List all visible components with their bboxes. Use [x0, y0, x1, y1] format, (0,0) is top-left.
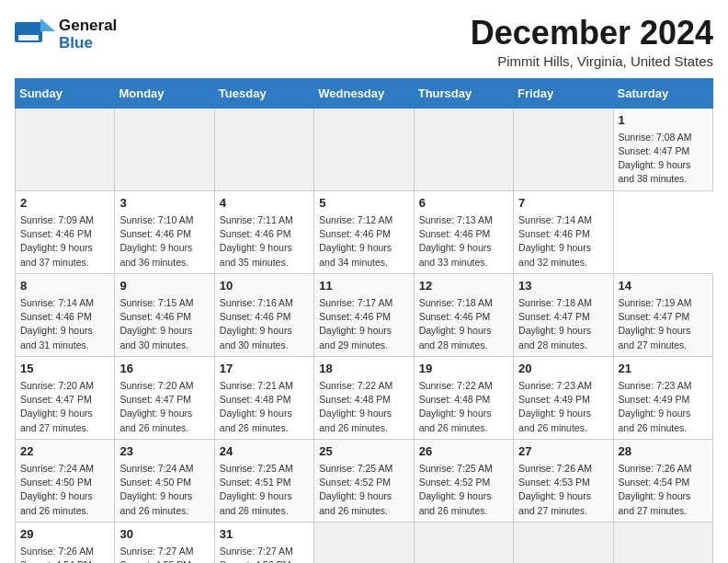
calendar-week-row: 8Sunrise: 7:14 AM Sunset: 4:46 PM Daylig…	[16, 273, 713, 356]
calendar-cell: 27Sunrise: 7:26 AM Sunset: 4:53 PM Dayli…	[514, 439, 613, 522]
day-number: 24	[220, 443, 309, 460]
svg-marker-1	[40, 18, 55, 31]
month-title: December 2024	[471, 15, 713, 52]
weekday-header-saturday: Saturday	[613, 78, 712, 108]
calendar-cell: 4Sunrise: 7:11 AM Sunset: 4:46 PM Daylig…	[214, 190, 313, 273]
day-info: Sunrise: 7:19 AM Sunset: 4:47 PM Dayligh…	[619, 296, 708, 352]
day-info: Sunrise: 7:24 AM Sunset: 4:50 PM Dayligh…	[119, 462, 209, 518]
day-info: Sunrise: 7:20 AM Sunset: 4:47 PM Dayligh…	[119, 379, 209, 435]
day-number: 31	[220, 526, 309, 543]
calendar-cell: 26Sunrise: 7:25 AM Sunset: 4:52 PM Dayli…	[414, 439, 513, 522]
day-info: Sunrise: 7:25 AM Sunset: 4:51 PM Dayligh…	[220, 462, 309, 518]
calendar-cell: 25Sunrise: 7:25 AM Sunset: 4:52 PM Dayli…	[314, 439, 414, 522]
calendar-cell	[613, 522, 712, 563]
day-info: Sunrise: 7:22 AM Sunset: 4:48 PM Dayligh…	[419, 379, 508, 435]
calendar-cell: 21Sunrise: 7:23 AM Sunset: 4:49 PM Dayli…	[613, 356, 712, 439]
calendar-week-row: 1Sunrise: 7:08 AM Sunset: 4:47 PM Daylig…	[16, 108, 713, 190]
day-number: 5	[319, 195, 408, 212]
weekday-header-sunday: Sunday	[16, 78, 115, 108]
calendar-cell	[16, 108, 115, 190]
day-info: Sunrise: 7:20 AM Sunset: 4:47 PM Dayligh…	[20, 379, 109, 435]
day-number: 14	[619, 278, 708, 294]
calendar-week-row: 15Sunrise: 7:20 AM Sunset: 4:47 PM Dayli…	[16, 356, 713, 439]
day-number: 29	[20, 526, 109, 543]
day-info: Sunrise: 7:27 AM Sunset: 4:55 PM Dayligh…	[119, 545, 209, 563]
day-info: Sunrise: 7:26 AM Sunset: 4:54 PM Dayligh…	[20, 545, 109, 563]
calendar-cell: 20Sunrise: 7:23 AM Sunset: 4:49 PM Dayli…	[514, 356, 613, 439]
day-info: Sunrise: 7:25 AM Sunset: 4:52 PM Dayligh…	[319, 462, 408, 518]
calendar-week-row: 22Sunrise: 7:24 AM Sunset: 4:50 PM Dayli…	[16, 439, 713, 522]
day-number: 4	[220, 195, 309, 212]
day-number: 21	[619, 361, 708, 377]
calendar-cell: 7Sunrise: 7:14 AM Sunset: 4:46 PM Daylig…	[514, 190, 613, 273]
calendar-cell	[514, 522, 613, 563]
logo: General Blue	[15, 15, 117, 55]
calendar-cell: 13Sunrise: 7:18 AM Sunset: 4:47 PM Dayli…	[514, 273, 613, 356]
day-number: 6	[419, 195, 508, 212]
weekday-header-monday: Monday	[115, 78, 214, 108]
calendar-cell: 6Sunrise: 7:13 AM Sunset: 4:46 PM Daylig…	[414, 190, 513, 273]
day-number: 3	[119, 195, 209, 212]
weekday-header-friday: Friday	[514, 78, 613, 108]
calendar-cell	[115, 108, 214, 190]
calendar-cell	[414, 522, 513, 563]
day-number: 30	[119, 526, 209, 543]
day-number: 11	[319, 278, 408, 294]
title-area: December 2024 Pimmit Hills, Virginia, Un…	[471, 15, 713, 69]
calendar-cell: 30Sunrise: 7:27 AM Sunset: 4:55 PM Dayli…	[115, 522, 214, 563]
calendar-cell	[314, 108, 414, 190]
day-info: Sunrise: 7:24 AM Sunset: 4:50 PM Dayligh…	[20, 462, 109, 518]
day-info: Sunrise: 7:16 AM Sunset: 4:46 PM Dayligh…	[220, 296, 309, 352]
day-info: Sunrise: 7:14 AM Sunset: 4:46 PM Dayligh…	[518, 213, 608, 270]
logo-text: General Blue	[59, 17, 117, 52]
day-info: Sunrise: 7:09 AM Sunset: 4:46 PM Dayligh…	[20, 213, 109, 270]
calendar-cell	[314, 522, 414, 563]
calendar-cell: 5Sunrise: 7:12 AM Sunset: 4:46 PM Daylig…	[314, 190, 414, 273]
logo-icon	[15, 15, 55, 55]
calendar-cell: 11Sunrise: 7:17 AM Sunset: 4:46 PM Dayli…	[314, 273, 414, 356]
day-info: Sunrise: 7:26 AM Sunset: 4:53 PM Dayligh…	[518, 462, 608, 518]
calendar-cell	[214, 108, 313, 190]
day-info: Sunrise: 7:10 AM Sunset: 4:46 PM Dayligh…	[119, 213, 209, 270]
calendar-cell: 18Sunrise: 7:22 AM Sunset: 4:48 PM Dayli…	[314, 356, 414, 439]
day-info: Sunrise: 7:23 AM Sunset: 4:49 PM Dayligh…	[518, 379, 608, 435]
day-number: 9	[119, 278, 209, 294]
day-number: 17	[220, 361, 309, 377]
day-info: Sunrise: 7:13 AM Sunset: 4:46 PM Dayligh…	[419, 213, 508, 270]
day-number: 23	[119, 443, 209, 460]
calendar-cell	[414, 108, 513, 190]
day-number: 1	[619, 112, 708, 129]
day-info: Sunrise: 7:23 AM Sunset: 4:49 PM Dayligh…	[619, 379, 708, 435]
calendar-cell: 1Sunrise: 7:08 AM Sunset: 4:47 PM Daylig…	[613, 108, 712, 190]
day-info: Sunrise: 7:17 AM Sunset: 4:46 PM Dayligh…	[319, 296, 408, 352]
day-number: 19	[419, 361, 508, 377]
calendar-cell: 17Sunrise: 7:21 AM Sunset: 4:48 PM Dayli…	[214, 356, 313, 439]
day-info: Sunrise: 7:21 AM Sunset: 4:48 PM Dayligh…	[220, 379, 309, 435]
day-number: 15	[20, 361, 109, 377]
day-number: 2	[20, 195, 109, 212]
calendar-cell: 12Sunrise: 7:18 AM Sunset: 4:46 PM Dayli…	[414, 273, 513, 356]
calendar-cell: 14Sunrise: 7:19 AM Sunset: 4:47 PM Dayli…	[613, 273, 712, 356]
day-number: 10	[220, 278, 309, 294]
day-number: 20	[518, 361, 608, 377]
calendar-cell	[514, 108, 613, 190]
calendar-cell: 31Sunrise: 7:27 AM Sunset: 4:56 PM Dayli…	[214, 522, 313, 563]
weekday-header-tuesday: Tuesday	[214, 78, 313, 108]
calendar-cell: 29Sunrise: 7:26 AM Sunset: 4:54 PM Dayli…	[16, 522, 115, 563]
calendar-cell: 15Sunrise: 7:20 AM Sunset: 4:47 PM Dayli…	[16, 356, 115, 439]
calendar-cell: 2Sunrise: 7:09 AM Sunset: 4:46 PM Daylig…	[16, 190, 115, 273]
calendar-cell: 23Sunrise: 7:24 AM Sunset: 4:50 PM Dayli…	[115, 439, 214, 522]
day-number: 26	[419, 443, 508, 460]
day-number: 27	[518, 443, 608, 460]
calendar-cell: 28Sunrise: 7:26 AM Sunset: 4:54 PM Dayli…	[613, 439, 712, 522]
day-info: Sunrise: 7:18 AM Sunset: 4:47 PM Dayligh…	[518, 296, 608, 352]
day-number: 25	[319, 443, 408, 460]
calendar-cell: 9Sunrise: 7:15 AM Sunset: 4:46 PM Daylig…	[115, 273, 214, 356]
day-info: Sunrise: 7:27 AM Sunset: 4:56 PM Dayligh…	[220, 545, 309, 563]
day-info: Sunrise: 7:11 AM Sunset: 4:46 PM Dayligh…	[220, 213, 309, 270]
calendar-cell: 19Sunrise: 7:22 AM Sunset: 4:48 PM Dayli…	[414, 356, 513, 439]
day-number: 13	[518, 278, 608, 294]
page-header: General Blue December 2024 Pimmit Hills,…	[15, 15, 713, 69]
day-info: Sunrise: 7:12 AM Sunset: 4:46 PM Dayligh…	[319, 213, 408, 270]
day-info: Sunrise: 7:14 AM Sunset: 4:46 PM Dayligh…	[20, 296, 109, 352]
